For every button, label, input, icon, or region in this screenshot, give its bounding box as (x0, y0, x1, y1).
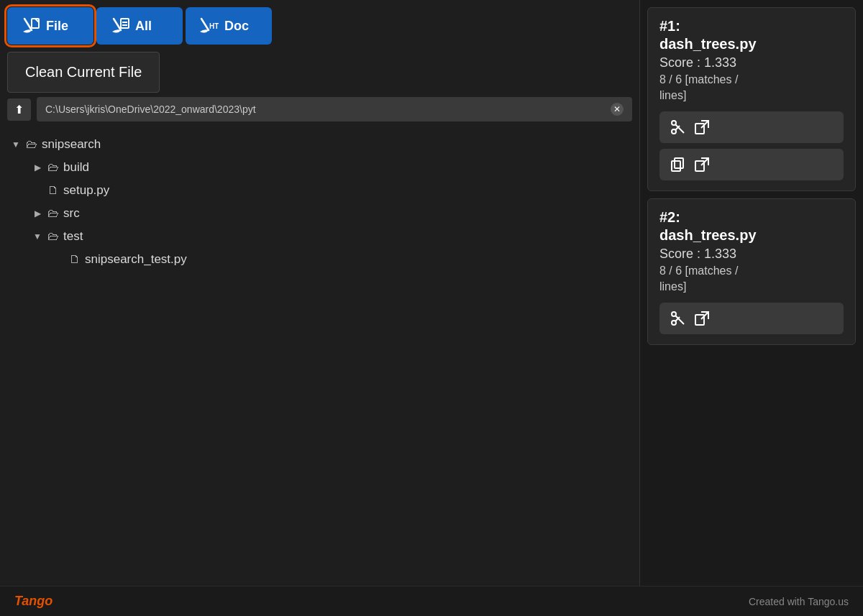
result-actions-1 (659, 111, 844, 180)
file-button[interactable]: File (7, 7, 93, 45)
broom-doc-icon: HTML (198, 16, 219, 36)
result-matches-2: 8 / 6 [matches /lines] (659, 263, 844, 295)
folder-icon: 🗁 (47, 161, 59, 174)
svg-point-9 (672, 121, 676, 125)
folder-icon: 🗁 (47, 207, 59, 220)
broom-all-icon (109, 16, 129, 36)
external-link-icon-3 (694, 311, 710, 326)
result-number-2: #2: (659, 209, 844, 226)
path-text: C:\Users\jkris\OneDrive\2022_onward\2023… (45, 104, 611, 115)
copy-open-button-1[interactable] (659, 149, 844, 180)
result-score-2: Score : 1.333 (659, 247, 844, 262)
file-icon: 🗋 (69, 253, 81, 266)
scissors-icon-2 (670, 310, 687, 327)
tree-item-snipsearch[interactable]: ▼ 🗁 snipsearch (10, 133, 629, 156)
dropdown-menu: Clean Current File (7, 52, 160, 93)
result-card-1: #1: dash_trees.py Score : 1.333 8 / 6 [m… (647, 7, 856, 191)
tree-item-setup[interactable]: 🗋 setup.py (10, 179, 629, 202)
svg-rect-22 (695, 315, 704, 325)
chevron-icon: ▼ (10, 139, 22, 150)
file-icon: 🗋 (47, 184, 59, 197)
result-card-2: #2: dash_trees.py Score : 1.333 8 / 6 [m… (647, 198, 856, 345)
result-filename-1: dash_trees.py (659, 36, 844, 52)
broom-file-icon (20, 16, 40, 36)
svg-point-18 (672, 321, 676, 325)
tree-item-src[interactable]: ▶ 🗁 src (10, 202, 629, 225)
tree-item-snipsearch-test[interactable]: 🗋 snipsearch_test.py (10, 248, 629, 271)
tree-item-test[interactable]: ▼ 🗁 test (10, 225, 629, 248)
external-link-icon-2 (694, 157, 710, 173)
all-btn-label: All (135, 19, 152, 34)
svg-rect-3 (121, 19, 129, 28)
svg-line-2 (114, 19, 121, 30)
toolbar: File All HTML Doc (0, 0, 639, 52)
svg-rect-15 (675, 158, 683, 168)
path-bar: ⬆ C:\Users\jkris\OneDrive\2022_onward\20… (0, 93, 639, 126)
tango-logo: Tango (14, 594, 52, 609)
result-filename-2: dash_trees.py (659, 227, 844, 244)
tree-label: src (63, 206, 80, 221)
path-clear-button[interactable]: ✕ (611, 103, 624, 116)
copy-icon (670, 156, 687, 173)
cut-open-button-1[interactable] (659, 111, 844, 143)
svg-line-0 (24, 19, 32, 30)
svg-point-8 (672, 129, 676, 134)
result-actions-2 (659, 303, 844, 334)
footer: Tango Created with Tango.us (0, 586, 863, 616)
right-panel: #1: dash_trees.py Score : 1.333 8 / 6 [m… (640, 0, 863, 586)
scissors-icon (670, 119, 687, 136)
svg-rect-14 (672, 161, 680, 171)
svg-point-19 (672, 312, 676, 316)
upload-button[interactable]: ⬆ (7, 98, 31, 121)
clean-current-file-item[interactable]: Clean Current File (22, 60, 145, 85)
svg-line-6 (201, 19, 209, 30)
svg-rect-12 (695, 124, 704, 134)
chevron-icon: ▶ (32, 208, 43, 219)
result-score-1: Score : 1.333 (659, 55, 844, 70)
tree-label: snipsearch_test.py (85, 252, 187, 267)
footer-credit: Created with Tango.us (749, 596, 849, 607)
doc-btn-label: Doc (224, 19, 249, 34)
external-link-icon (694, 119, 710, 135)
svg-rect-1 (32, 19, 39, 28)
chevron-icon: ▶ (32, 162, 43, 173)
doc-button[interactable]: HTML Doc (186, 7, 272, 45)
svg-text:HTML: HTML (209, 22, 219, 30)
tree-label: setup.py (63, 183, 109, 198)
tree-item-build[interactable]: ▶ 🗁 build (10, 156, 629, 179)
tree-label: test (63, 229, 83, 244)
path-input-container: C:\Users\jkris\OneDrive\2022_onward\2023… (37, 97, 632, 121)
chevron-icon: ▼ (32, 231, 43, 242)
folder-icon: 🗁 (26, 138, 37, 151)
result-matches-1: 8 / 6 [matches /lines] (659, 72, 844, 104)
result-number-1: #1: (659, 18, 844, 35)
tree-label: snipsearch (42, 137, 101, 152)
svg-rect-16 (695, 161, 704, 171)
all-button[interactable]: All (96, 7, 183, 45)
file-btn-label: File (46, 19, 68, 34)
left-panel: File All HTML Doc (0, 0, 640, 586)
folder-icon: 🗁 (47, 230, 59, 243)
tree-label: build (63, 160, 89, 175)
cut-open-button-2[interactable] (659, 303, 844, 334)
file-tree: ▼ 🗁 snipsearch ▶ 🗁 build 🗋 setup.py ▶ 🗁 … (0, 126, 639, 586)
